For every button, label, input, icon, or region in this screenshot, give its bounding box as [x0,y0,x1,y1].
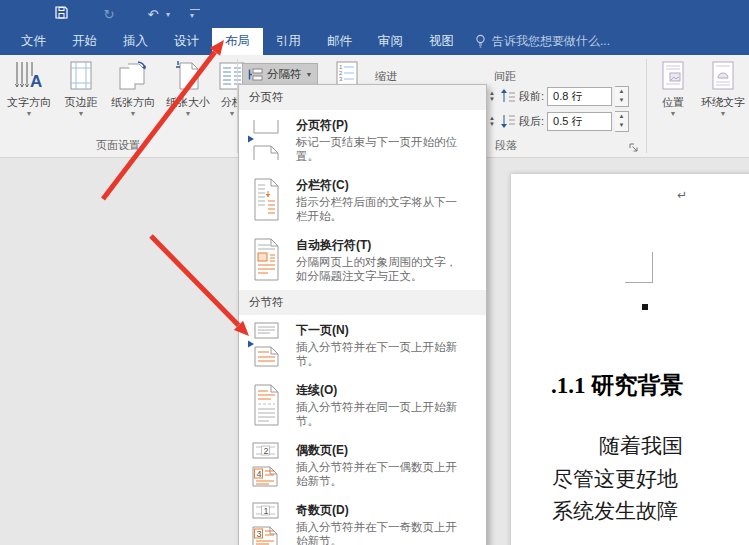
spacing-after-row: ▲▼ 段后: 0.5 行 ▲▼ [487,111,629,131]
space-after-spinner[interactable]: ▲▼ [615,111,629,132]
save-icon[interactable] [48,5,74,23]
repeat-icon[interactable]: ↻ [96,7,122,22]
ribbon-tab-row: 文件 开始 插入 设计 布局 引用 邮件 审阅 视图 告诉我您想要做什么... [0,28,749,55]
tab-insert[interactable]: 插入 [110,28,161,55]
tab-review[interactable]: 审阅 [365,28,416,55]
svg-text:2: 2 [264,446,269,456]
chevron-down-icon: ▼ [106,110,160,117]
menu-item-title: 分页符(P) [296,117,468,134]
customize-toolbar-icon[interactable]: ▾ [190,9,200,20]
bullet-square [642,304,648,310]
menu-item-description: 插入分节符并在同一页上开始新节。 [296,401,468,428]
chevron-down-icon: ▼ [58,110,104,117]
document-paragraph: 系统发生故障 [552,497,678,525]
even-page-section-icon: 24 [246,441,286,488]
word-window: ↻ ↶ ▾ ▾ 文件 开始 插入 设计 布局 引用 邮件 审阅 视图 告诉我您想… [0,0,749,545]
breaks-icon [248,67,263,82]
text-wrapping-break-icon [246,236,286,283]
orientation-button[interactable]: 纸张方向 ▼ [106,60,160,124]
menu-item-description: 插入分节符并在下一奇数页上开始新节。 [296,521,468,545]
wrap-text-button[interactable]: 环绕文字 ▼ [697,60,749,124]
undo-dropdown-icon[interactable]: ▾ [166,10,176,19]
indent-label: 缩进 [375,69,397,84]
menu-section-header-page-breaks: 分页符 [239,85,486,110]
menu-item-next-page[interactable]: 下一页(N) 插入分节符并在下一页上开始新节。 [239,315,486,375]
indent-spinner[interactable]: ▲▼ [487,115,497,127]
position-label: 位置 [652,96,694,109]
menu-item-column-break[interactable]: 分栏符(C) 指示分栏符后面的文字将从下一栏开始。 [239,170,486,230]
paper-size-button[interactable]: 纸张大小 ▼ [162,60,214,124]
margin-corner-mark [625,252,653,283]
chevron-down-icon: ▼ [306,71,313,78]
paragraph-mark: ↵ [677,188,687,202]
menu-item-title: 自动换行符(T) [296,237,468,254]
column-break-icon [246,176,286,223]
wrap-text-label: 环绕文字 [697,96,749,109]
orientation-label: 纸张方向 [106,96,160,109]
tab-view[interactable]: 视图 [416,28,467,55]
menu-item-description: 插入分节符并在下一页上开始新节。 [296,341,468,368]
space-before-input[interactable]: 0.8 行 [547,87,612,106]
paper-size-icon [162,60,214,94]
space-before-icon [500,88,516,104]
continuous-section-icon [246,381,286,428]
chevron-down-icon: ▼ [2,110,56,117]
page-break-icon [246,116,286,163]
svg-text:3: 3 [257,529,262,539]
paragraph-group-label: 段落 [486,138,526,153]
paper-size-label: 纸张大小 [162,96,214,109]
margins-icon [58,60,104,94]
menu-item-text-wrapping-break[interactable]: 自动换行符(T) 分隔网页上的对象周围的文字，如分隔题注文字与正文。 [239,230,486,290]
tab-file[interactable]: 文件 [8,28,59,55]
tell-me-box[interactable]: 告诉我您想要做什么... [467,28,618,55]
tab-mailings[interactable]: 邮件 [314,28,365,55]
breaks-button[interactable]: 分隔符 ▼ [242,63,318,86]
menu-item-even-page[interactable]: 24 偶数页(E) 插入分节符并在下一偶数页上开始新节。 [239,435,486,495]
space-after-input[interactable]: 0.5 行 [547,112,612,131]
wrap-text-icon [697,60,749,94]
text-direction-icon: A [2,60,56,94]
tab-layout[interactable]: 布局 [212,28,263,55]
spacing-label: 间距 [494,69,516,84]
menu-item-description: 指示分栏符后面的文字将从下一栏开始。 [296,196,468,223]
chevron-down-icon: ▼ [697,110,749,117]
lightbulb-icon [475,34,486,49]
document-page[interactable]: ↵ .1.1 研究背景 随着我国 尽管这更好地 系统发生故障 [511,174,749,545]
tab-home[interactable]: 开始 [59,28,110,55]
document-paragraph: 随着我国 [599,432,683,460]
position-button[interactable]: 位置 ▼ [652,60,694,124]
margins-label: 页边距 [58,96,104,109]
tab-references[interactable]: 引用 [263,28,314,55]
svg-text:4: 4 [257,469,262,479]
menu-item-description: 标记一页结束与下一页开始的位置。 [296,136,468,163]
odd-page-section-icon: 13 [246,501,286,545]
page-setup-group-label: 页面设置 [0,138,236,153]
space-after-icon [500,113,516,129]
svg-text:1: 1 [264,506,269,516]
menu-item-description: 分隔网页上的对象周围的文字，如分隔题注文字与正文。 [296,256,468,283]
space-before-spinner[interactable]: ▲▼ [615,86,629,107]
next-page-section-icon [246,321,286,368]
indent-spinner[interactable]: ▲▼ [487,90,497,102]
tab-design[interactable]: 设计 [161,28,212,55]
menu-item-page-break[interactable]: 分页符(P) 标记一页结束与下一页开始的位置。 [239,110,486,170]
chevron-down-icon: ▼ [652,110,694,117]
menu-section-header-section-breaks: 分节符 [239,290,486,315]
menu-item-continuous[interactable]: 连续(O) 插入分节符并在同一页上开始新节。 [239,375,486,435]
group-divider [646,59,647,153]
text-direction-label: 文字方向 [2,96,56,109]
menu-item-odd-page[interactable]: 13 奇数页(D) 插入分节符并在下一奇数页上开始新节。 [239,495,486,545]
chevron-down-icon: ▼ [162,110,214,117]
document-heading: .1.1 研究背景 [551,370,683,401]
spacing-before-row: ▲▼ 段前: 0.8 行 ▲▼ [487,86,629,106]
menu-item-title: 奇数页(D) [296,502,468,519]
space-before-label: 段前: [519,89,544,104]
undo-icon[interactable]: ↶ [140,7,166,22]
position-icon [652,60,694,94]
tell-me-text: 告诉我您想要做什么... [492,33,610,50]
quick-access-toolbar: ↻ ↶ ▾ ▾ [48,4,200,24]
margins-button[interactable]: 页边距 ▼ [58,60,104,124]
paragraph-dialog-launcher-icon[interactable] [628,140,640,152]
menu-item-title: 分栏符(C) [296,177,468,194]
text-direction-button[interactable]: A 文字方向 ▼ [2,60,56,124]
